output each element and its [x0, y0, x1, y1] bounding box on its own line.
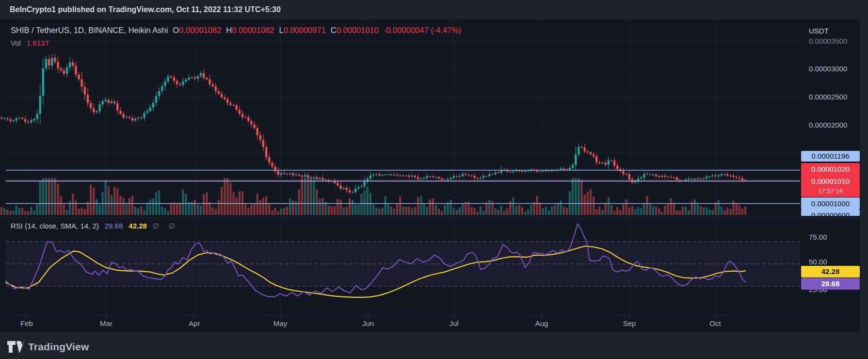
- month-label-jul: Jul: [443, 319, 465, 328]
- rsi-tick-label: 50.00: [809, 257, 827, 267]
- tradingview-logo-text: TradingView: [28, 341, 89, 353]
- change-value: -0.00000047 (-4.47%): [384, 26, 462, 34]
- price-badge-last-real-price: 0.00001020: [801, 163, 860, 176]
- ohlc-values: O0.00001082H0.00001082L0.00000971C0.0000…: [168, 26, 379, 34]
- price-tick-label: 0.00002000: [809, 120, 847, 130]
- rsi-badge: 29.68: [801, 278, 860, 290]
- price-tick-label: 0.00002500: [809, 92, 847, 102]
- month-label-oct: Oct: [705, 319, 726, 328]
- ohlc-h: H0.00001082: [226, 26, 274, 34]
- month-label-feb: Feb: [16, 319, 37, 328]
- price-tick-label: 0.00003500: [809, 36, 847, 46]
- month-label-may: May: [270, 319, 291, 328]
- month-label-aug: Aug: [531, 319, 552, 328]
- price-badge-level-clipped: 0.00000600: [801, 210, 860, 216]
- symbol-legend: SHIB / TetherUS, 1D, BINANCE, Heikin Ash…: [11, 26, 461, 35]
- tradingview-logo[interactable]: TradingView: [7, 340, 89, 354]
- month-label-sep: Sep: [619, 319, 640, 328]
- chart-plot-area[interactable]: [0, 19, 860, 332]
- attribution-text: BeInCrypto1 published on TradingView.com…: [10, 5, 281, 14]
- month-label-mar: Mar: [96, 319, 117, 328]
- rsi-tick-label: 75.00: [809, 232, 827, 242]
- month-label-jun: Jun: [357, 319, 379, 328]
- symbol-title: SHIB / TetherUS, 1D, BINANCE, Heikin Ash…: [11, 26, 168, 34]
- ohlc-c: C0.00001010: [331, 26, 379, 34]
- tradingview-published-chart: BeInCrypto1 published on TradingView.com…: [0, 0, 868, 359]
- attribution-bar: BeInCrypto1 published on TradingView.com…: [0, 0, 868, 19]
- volume-legend: Vol1.613T: [11, 39, 49, 47]
- price-badge-level: 0.00001196: [801, 151, 860, 162]
- rsi-value: 29.68: [105, 222, 123, 230]
- price-axis-currency: USDT: [809, 26, 829, 36]
- rsi-legend: RSI (14, close, SMA, 14, 2)29.6842.28∅ ∅: [11, 222, 179, 230]
- price-badge-level: 0.00001000: [801, 197, 860, 210]
- price-badge-last-ha-price: 0.0000101017:57:14: [801, 176, 860, 197]
- rsi-label: RSI (14, close, SMA, 14, 2): [11, 222, 99, 230]
- volume-label: Vol: [11, 39, 21, 47]
- rsi-null-symbols: ∅ ∅: [153, 222, 179, 230]
- rsi-badge: 42.28: [801, 266, 860, 277]
- tradingview-logo-icon: [7, 341, 24, 353]
- volume-value: 1.613T: [27, 39, 49, 47]
- price-tick-label: 0.00003000: [809, 64, 847, 74]
- countdown-timer: 17:57:14: [801, 187, 860, 195]
- rsi-sma-value: 42.28: [129, 222, 147, 230]
- chart-card: SHIB / TetherUS, 1D, BINANCE, Heikin Ash…: [0, 19, 860, 332]
- month-label-apr: Apr: [184, 319, 205, 328]
- ohlc-o: O0.00001082: [173, 26, 221, 34]
- ohlc-l: L0.00000971: [279, 26, 325, 34]
